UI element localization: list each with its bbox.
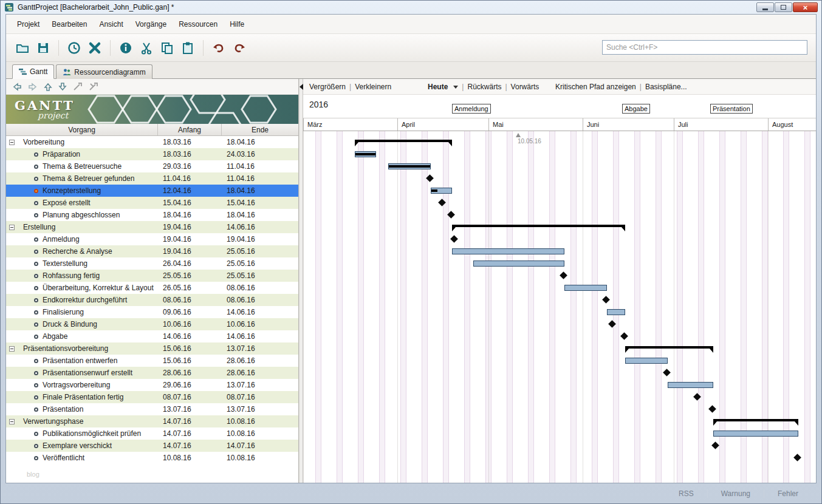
save-project-button[interactable] bbox=[33, 38, 53, 58]
gantt-task-bar[interactable] bbox=[431, 188, 452, 194]
task-row[interactable]: Anmeldung19.04.1619.04.16 bbox=[6, 233, 298, 245]
nav-back-icon[interactable] bbox=[12, 83, 22, 91]
gantt-milestone-diamond[interactable] bbox=[450, 235, 458, 243]
critical-path-button[interactable]: Kritischen Pfad anzeigen bbox=[555, 83, 636, 91]
task-row[interactable]: Publikationsmöglichkeit prüfen14.07.1610… bbox=[6, 427, 298, 440]
collapse-toggle-icon[interactable] bbox=[9, 140, 15, 145]
link-tasks-icon[interactable] bbox=[73, 82, 83, 92]
menu-hilfe[interactable]: Hilfe bbox=[224, 18, 250, 31]
task-row[interactable]: Exposé erstellt15.04.1615.04.16 bbox=[6, 197, 298, 209]
gantt-summary-bar[interactable] bbox=[625, 346, 713, 349]
gantt-summary-bar[interactable] bbox=[452, 225, 625, 227]
move-task-down-icon[interactable] bbox=[58, 82, 67, 92]
task-row[interactable]: Finale Präsentation fertig08.07.1608.07.… bbox=[6, 391, 298, 403]
gantt-task-bar[interactable] bbox=[473, 261, 564, 267]
gantt-summary-bar[interactable] bbox=[713, 419, 798, 421]
schedule-button[interactable] bbox=[64, 38, 84, 58]
task-row[interactable]: Finalisierung09.06.1614.06.16 bbox=[6, 306, 298, 318]
task-row[interactable]: Druck & Bindung10.06.1610.06.16 bbox=[6, 318, 298, 330]
gantt-task-bar[interactable] bbox=[355, 151, 376, 157]
gantt-task-bar[interactable] bbox=[625, 358, 668, 364]
paste-button[interactable] bbox=[177, 38, 198, 58]
menu-projekt[interactable]: Projekt bbox=[11, 18, 46, 31]
task-row[interactable]: Vortragsvorbereitung29.06.1613.07.16 bbox=[6, 379, 298, 391]
task-row[interactable]: Präparation18.03.1624.03.16 bbox=[6, 148, 298, 160]
gantt-milestone-diamond[interactable] bbox=[708, 405, 716, 413]
maximize-button[interactable] bbox=[775, 2, 792, 12]
scroll-forward-button[interactable]: Vorwärts bbox=[511, 83, 539, 91]
gantt-task-bar[interactable] bbox=[564, 285, 607, 291]
task-row[interactable]: Konzepterstellung12.04.1618.04.16 bbox=[6, 185, 298, 197]
scroll-back-button[interactable]: Rückwärts bbox=[467, 83, 501, 91]
task-row[interactable]: Überarbeitung, Korrektur & Layout26.05.1… bbox=[6, 282, 298, 294]
task-row[interactable]: Endkorrektur durchgeführt08.06.1608.06.1… bbox=[6, 294, 298, 306]
menu-bearbeiten[interactable]: Bearbeiten bbox=[46, 18, 93, 31]
task-row[interactable]: Recherche & Analyse19.04.1625.05.16 bbox=[6, 245, 298, 257]
minimize-button[interactable] bbox=[756, 2, 774, 12]
gantt-milestone-diamond[interactable] bbox=[793, 454, 801, 461]
undo-button[interactable] bbox=[208, 38, 229, 58]
pane-splitter[interactable] bbox=[299, 79, 303, 483]
copy-button[interactable] bbox=[157, 38, 177, 58]
status-fehler[interactable]: Fehler bbox=[764, 489, 812, 498]
zoom-out-button[interactable]: Verkleinern bbox=[355, 83, 391, 91]
menu-ressourcen[interactable]: Ressourcen bbox=[173, 18, 224, 31]
tab-gantt[interactable]: Gantt bbox=[12, 64, 54, 79]
task-row[interactable]: Exemplare verschickt14.07.1614.07.16 bbox=[6, 440, 298, 452]
tab-ressourcendiagramm[interactable]: Ressourcendiagramm bbox=[56, 64, 152, 79]
task-row[interactable]: Präsentationsvorbereitung15.06.1613.07.1… bbox=[6, 342, 298, 355]
open-project-button[interactable] bbox=[12, 38, 33, 58]
task-start-cell: 29.03.16 bbox=[158, 160, 222, 172]
gantt-milestone-diamond[interactable] bbox=[560, 271, 567, 279]
column-ende[interactable]: Ende bbox=[222, 124, 298, 135]
move-task-up-icon[interactable] bbox=[44, 82, 52, 92]
close-button[interactable]: × bbox=[793, 2, 818, 12]
gantt-task-bar[interactable] bbox=[713, 431, 798, 437]
task-row[interactable]: Präsentation entwerfen15.06.1628.06.16 bbox=[6, 355, 298, 367]
task-row[interactable]: Verwertungsphase14.07.1610.08.16 bbox=[6, 415, 298, 427]
task-row[interactable]: Veröffentlicht10.08.1610.08.16 bbox=[6, 452, 298, 464]
gantt-summary-bar[interactable] bbox=[355, 140, 452, 142]
chevron-down-icon[interactable] bbox=[453, 86, 458, 89]
task-row[interactable]: Erstellung19.04.1614.06.16 bbox=[6, 221, 298, 233]
delete-task-button[interactable] bbox=[84, 38, 105, 58]
task-row[interactable]: Präsentation13.07.1613.07.16 bbox=[6, 403, 298, 415]
baselines-button[interactable]: Basispläne... bbox=[645, 83, 687, 91]
task-row[interactable]: Präsentationsenwurf erstellt28.06.1628.0… bbox=[6, 367, 298, 379]
task-row[interactable]: Thema & Betreuer gefunden11.04.1611.04.1… bbox=[6, 172, 298, 185]
cut-button[interactable] bbox=[136, 38, 157, 58]
menu-vorgaenge[interactable]: Vorgänge bbox=[129, 18, 173, 31]
gantt-task-bar[interactable] bbox=[607, 309, 625, 315]
column-anfang[interactable]: Anfang bbox=[158, 124, 222, 135]
task-row[interactable]: Abgabe14.06.1614.06.16 bbox=[6, 330, 298, 342]
task-row[interactable]: Vorbereitung18.03.1618.04.16 bbox=[6, 136, 298, 148]
menu-ansicht[interactable]: Ansicht bbox=[93, 18, 129, 31]
task-row[interactable]: Thema & Betreuersuche29.03.1611.04.16 bbox=[6, 160, 298, 172]
gantt-task-bar[interactable] bbox=[452, 248, 564, 254]
task-row[interactable]: Rohfassung fertig25.05.1625.05.16 bbox=[6, 270, 298, 282]
gantt-milestone-diamond[interactable] bbox=[602, 296, 610, 304]
collapse-toggle-icon[interactable] bbox=[9, 419, 15, 424]
gantt-milestone-diamond[interactable] bbox=[663, 369, 671, 376]
task-row[interactable]: Planung abgeschlossen18.04.1618.04.16 bbox=[6, 209, 298, 221]
gantt-milestone-diamond[interactable] bbox=[711, 441, 719, 449]
blog-link[interactable]: blog bbox=[27, 471, 39, 478]
status-warnung[interactable]: Warnung bbox=[707, 489, 764, 498]
status-rss[interactable]: RSS bbox=[665, 489, 707, 498]
gantt-task-bar[interactable] bbox=[668, 382, 713, 388]
collapse-toggle-icon[interactable] bbox=[9, 346, 15, 352]
task-row[interactable]: Texterstellung26.04.1625.05.16 bbox=[6, 257, 298, 270]
gantt-milestone-diamond[interactable] bbox=[620, 332, 628, 340]
search-input[interactable] bbox=[602, 40, 807, 55]
redo-button[interactable] bbox=[229, 38, 250, 58]
unlink-tasks-icon[interactable] bbox=[89, 82, 98, 92]
column-vorgang[interactable]: Vorgang bbox=[6, 124, 158, 135]
task-properties-button[interactable] bbox=[115, 38, 136, 58]
task-end-cell: 10.08.16 bbox=[222, 427, 298, 440]
title-bar[interactable]: GanttProject [Bachelorarbeit_John_Public… bbox=[1, 1, 821, 14]
today-button[interactable]: Heute bbox=[428, 83, 448, 91]
zoom-in-button[interactable]: Vergrößern bbox=[309, 83, 346, 91]
collapse-toggle-icon[interactable] bbox=[9, 225, 15, 230]
nav-forward-icon[interactable] bbox=[28, 83, 38, 91]
gantt-task-bar[interactable] bbox=[388, 163, 431, 169]
